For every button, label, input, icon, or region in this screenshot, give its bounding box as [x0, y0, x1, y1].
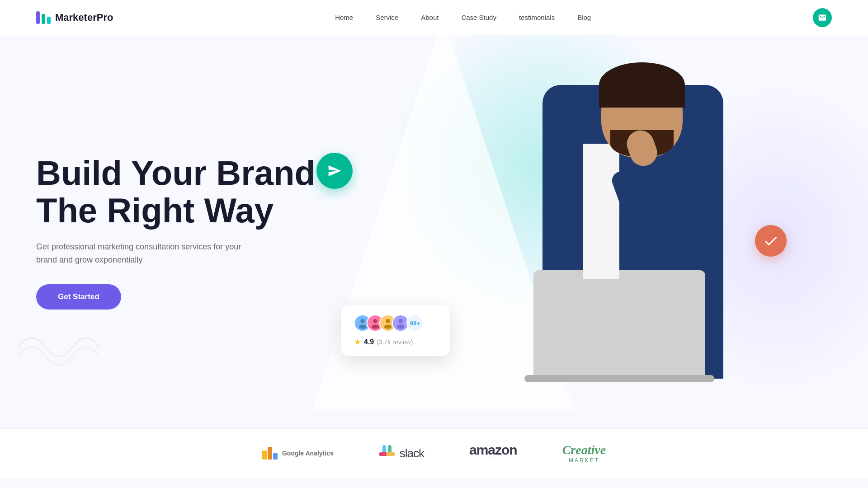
review-avatars: 98+	[354, 314, 437, 332]
amazon-logo-text: amazon	[469, 442, 517, 458]
email-button[interactable]	[813, 8, 832, 27]
get-started-button[interactable]: Get Started	[36, 284, 121, 310]
brand-creative-market: Creative MARKET	[562, 443, 606, 464]
hero-subtitle: Get professional marketing consultation …	[36, 240, 244, 267]
svg-point-6	[398, 319, 402, 323]
amazon-logo: amazon ⌒	[469, 442, 517, 464]
float-check-icon	[755, 225, 787, 257]
nav-service[interactable]: Service	[376, 14, 398, 21]
check-icon	[763, 233, 779, 249]
svg-point-4	[386, 319, 390, 323]
send-icon	[327, 164, 342, 178]
brand-google-analytics: Google Analytics	[262, 447, 334, 460]
review-stars: ★ 4.9 (3.7k review)	[354, 337, 437, 347]
nav-links: Home Service About Case Study testimonia…	[335, 14, 591, 22]
svg-point-1	[359, 325, 366, 329]
nav-testimonials[interactable]: testimonials	[519, 14, 555, 21]
svg-point-5	[384, 325, 392, 329]
logo-icon	[36, 11, 51, 24]
star-icon: ★	[354, 337, 361, 347]
squiggle-decoration	[14, 320, 104, 374]
nav-case-study[interactable]: Case Study	[461, 14, 496, 21]
avatar-more-count: 98+	[406, 314, 424, 332]
logo-text: MarketerPro	[55, 12, 113, 23]
review-count: (3.7k review)	[377, 338, 413, 346]
brands-bar: Google Analytics slack amazon ⌒ Creative…	[0, 428, 868, 478]
slack-logo-icon	[379, 445, 395, 461]
amazon-arrow: ⌒	[490, 456, 497, 464]
brand-amazon: amazon ⌒	[469, 442, 517, 464]
creative-market-subtext: MARKET	[562, 457, 606, 464]
brand-slack: slack	[379, 445, 424, 461]
hero-section: Build Your Brand The Right Way Get profe…	[0, 35, 868, 428]
slack-logo-text: slack	[400, 446, 424, 460]
ga-logo-icon	[262, 447, 278, 460]
email-icon	[818, 13, 827, 22]
svg-point-3	[372, 325, 379, 329]
review-score: 4.9	[364, 338, 374, 346]
ga-logo-text: Google Analytics	[282, 450, 334, 457]
hero-person	[497, 40, 787, 415]
hero-content: Build Your Brand The Right Way Get profe…	[36, 154, 316, 310]
review-card: 98+ ★ 4.9 (3.7k review)	[341, 305, 450, 356]
nav-home[interactable]: Home	[335, 14, 353, 21]
creative-market-logo: Creative MARKET	[562, 443, 606, 464]
svg-point-0	[360, 319, 364, 323]
svg-point-2	[373, 319, 377, 323]
hero-title: Build Your Brand The Right Way	[36, 154, 316, 230]
nav-about[interactable]: About	[421, 14, 439, 21]
nav-blog[interactable]: Blog	[577, 14, 591, 21]
creative-market-text: Creative	[562, 443, 606, 457]
logo[interactable]: MarketerPro	[36, 11, 113, 24]
float-send-icon	[316, 153, 353, 189]
svg-point-7	[397, 325, 404, 329]
navbar: MarketerPro Home Service About Case Stud…	[0, 0, 868, 35]
